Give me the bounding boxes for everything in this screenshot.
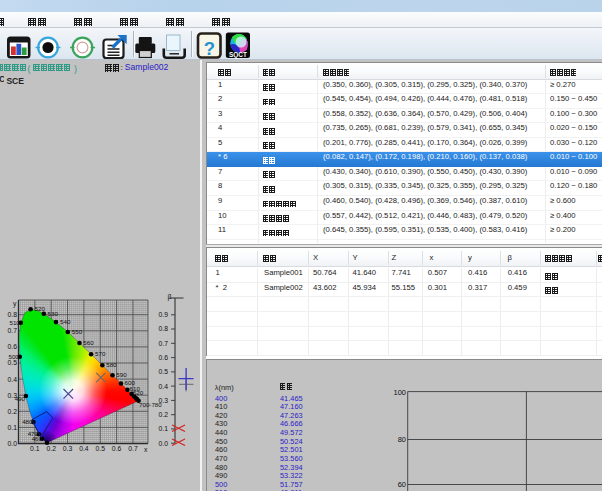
svg-text:510: 510 — [9, 319, 20, 326]
svg-text:0.1: 0.1 — [8, 424, 18, 431]
svg-text:0.3: 0.3 — [159, 397, 169, 404]
svg-text:0.7: 0.7 — [128, 445, 138, 452]
svg-text:y: y — [13, 300, 17, 308]
svg-text:?: ? — [204, 38, 215, 59]
svg-text:0.5: 0.5 — [96, 445, 106, 452]
svg-text:0.6: 0.6 — [112, 445, 122, 452]
svg-text:SQCT: SQCT — [229, 51, 247, 59]
svg-text:0.2: 0.2 — [8, 408, 18, 415]
svg-text:80: 80 — [398, 435, 406, 444]
svg-text:0.4: 0.4 — [8, 376, 18, 383]
svg-text:580: 580 — [106, 361, 117, 368]
svg-text:0.0: 0.0 — [159, 440, 169, 447]
svg-text:0.1: 0.1 — [159, 425, 169, 432]
svg-text:0.8: 0.8 — [159, 325, 169, 332]
svg-text:0.5: 0.5 — [8, 359, 18, 366]
svg-text:0.7: 0.7 — [159, 340, 169, 347]
svg-text:0.7: 0.7 — [8, 327, 18, 334]
svg-text:0.9: 0.9 — [159, 311, 169, 318]
svg-text:570: 570 — [95, 350, 106, 357]
svg-text:0.5: 0.5 — [159, 368, 169, 375]
svg-text:530: 530 — [48, 310, 59, 317]
svg-text:480: 480 — [22, 418, 33, 425]
svg-text:0.6: 0.6 — [8, 343, 18, 350]
svg-text:560: 560 — [83, 339, 94, 346]
svg-text:520: 520 — [35, 305, 46, 312]
svg-text:590: 590 — [116, 371, 127, 378]
svg-text:0.8: 0.8 — [8, 311, 18, 318]
svg-text:0.2: 0.2 — [159, 411, 169, 418]
svg-text:620: 620 — [133, 389, 144, 396]
svg-text:0.6: 0.6 — [159, 354, 169, 361]
svg-text:β: β — [168, 293, 172, 301]
svg-text:100: 100 — [393, 388, 406, 397]
svg-text:550: 550 — [72, 328, 83, 335]
svg-text:500: 500 — [8, 353, 19, 360]
svg-text:0.1: 0.1 — [30, 445, 40, 452]
svg-text:0.4: 0.4 — [79, 445, 89, 452]
svg-text:490: 490 — [15, 395, 26, 402]
svg-text:540: 540 — [60, 318, 71, 325]
svg-text:0.2: 0.2 — [46, 445, 56, 452]
svg-text:x: x — [144, 446, 148, 453]
svg-text:0.3: 0.3 — [63, 445, 73, 452]
svg-text:0.0: 0.0 — [8, 440, 18, 447]
svg-text:0.4: 0.4 — [159, 383, 169, 390]
svg-text:470: 470 — [28, 430, 39, 437]
svg-text:60: 60 — [398, 480, 406, 489]
